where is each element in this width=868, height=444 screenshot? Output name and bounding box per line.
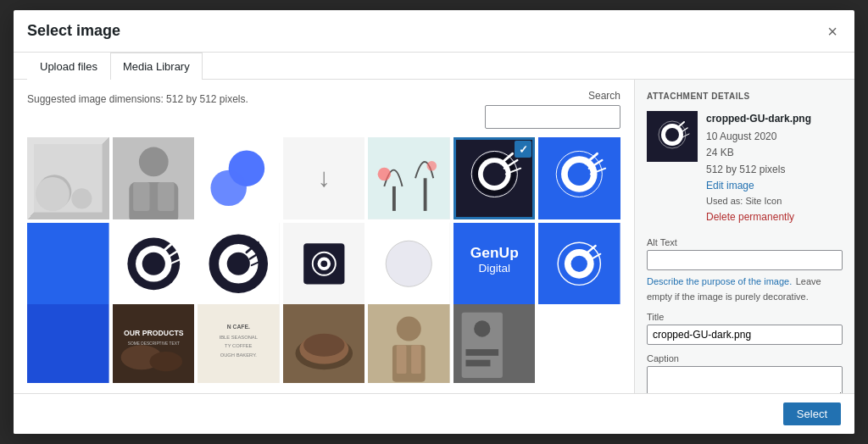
image-item[interactable]: [27, 223, 109, 305]
image-item[interactable]: [198, 223, 280, 305]
svg-rect-82: [411, 346, 421, 375]
tab-upload[interactable]: Upload files: [27, 53, 110, 80]
svg-point-91: [665, 128, 679, 142]
svg-rect-6: [133, 182, 149, 211]
image-item[interactable]: [368, 304, 450, 383]
svg-text:N CAFE.: N CAFE.: [227, 324, 250, 330]
image-item[interactable]: [283, 304, 365, 383]
alt-text-input[interactable]: [647, 250, 843, 270]
svg-text:SOME DESCRIPTIVE TEXT: SOME DESCRIPTIVE TEXT: [127, 342, 179, 347]
title-input[interactable]: [647, 325, 843, 345]
svg-text:Digital: Digital: [478, 262, 510, 275]
svg-point-10: [211, 170, 247, 206]
image-item[interactable]: [113, 223, 195, 305]
attachment-info: cropped-GU-dark.png 10 August 2020 24 KB…: [647, 111, 843, 225]
svg-point-37: [142, 252, 164, 275]
image-item[interactable]: GenUp Digital: [453, 223, 536, 305]
svg-point-4: [138, 147, 168, 177]
svg-point-77: [303, 334, 344, 357]
attachment-date: 10 August 2020: [706, 129, 811, 145]
title-label: Title: [647, 312, 843, 322]
image-item[interactable]: N CAFE. IBLE SEASONAL TY COFFEE OUGH BAK…: [198, 304, 280, 383]
svg-text:TY COFFEE: TY COFFEE: [225, 343, 252, 348]
attachment-dimensions: 512 by 512 pixels: [706, 162, 811, 178]
title-row: Title: [647, 312, 843, 345]
svg-text:IBLE SEASONAL: IBLE SEASONAL: [220, 335, 259, 340]
edit-image-link[interactable]: Edit image: [706, 178, 811, 194]
svg-rect-7: [158, 182, 174, 211]
svg-point-51: [320, 260, 327, 267]
image-item[interactable]: [27, 304, 109, 383]
image-item[interactable]: [198, 137, 280, 219]
selected-checkmark: ✓: [515, 141, 531, 158]
caption-textarea[interactable]: [647, 366, 843, 393]
media-content: Suggested image dimensions: 512 by 512 p…: [14, 80, 634, 393]
search-label: Search: [588, 90, 620, 102]
close-button[interactable]: ×: [824, 23, 841, 52]
attachment-thumbnail: [647, 111, 698, 162]
attachment-size: 24 KB: [706, 145, 811, 161]
image-item[interactable]: [113, 137, 195, 219]
svg-point-60: [571, 255, 587, 271]
svg-rect-14: [392, 186, 396, 211]
search-area: Search: [485, 90, 620, 129]
svg-text:GenUp: GenUp: [470, 243, 519, 260]
modal-overlay: Select image × Upload files Media Librar…: [0, 0, 868, 444]
tab-media-library[interactable]: Media Library: [110, 53, 203, 80]
image-item[interactable]: ↓: [283, 137, 365, 219]
modal-footer: Select: [14, 393, 854, 434]
image-item[interactable]: [538, 223, 620, 305]
svg-point-79: [397, 317, 421, 341]
attachment-panel: ATTACHMENT DETAILS: [634, 80, 854, 393]
caption-row: Caption: [647, 353, 843, 393]
image-item[interactable]: [453, 304, 536, 383]
svg-point-53: [387, 241, 432, 286]
image-item[interactable]: [283, 223, 365, 305]
svg-point-17: [427, 161, 437, 171]
modal-body: Suggested image dimensions: 512 by 512 p…: [14, 80, 854, 393]
svg-text:OUGH BAKERY.: OUGH BAKERY.: [220, 352, 258, 358]
caption-label: Caption: [647, 353, 843, 364]
modal-header: Select image ×: [14, 10, 854, 53]
svg-point-85: [474, 321, 490, 337]
svg-point-66: [149, 352, 182, 371]
svg-point-2: [71, 188, 92, 208]
tab-bar: Upload files Media Library: [14, 53, 854, 80]
svg-text:OUR PRODUCTS: OUR PRODUCTS: [124, 329, 184, 337]
image-item[interactable]: [368, 223, 450, 305]
svg-rect-63: [27, 304, 109, 383]
modal-title: Select image: [27, 22, 120, 52]
svg-rect-33: [27, 223, 109, 305]
image-grid: ↓: [27, 137, 620, 383]
svg-rect-81: [397, 346, 407, 375]
svg-rect-87: [465, 360, 490, 367]
describe-link[interactable]: Describe the purpose of the image.: [647, 276, 792, 286]
media-toolbar: Suggested image dimensions: 512 by 512 p…: [27, 90, 620, 129]
svg-text:↓: ↓: [317, 163, 330, 192]
svg-rect-86: [465, 349, 498, 356]
image-item[interactable]: [368, 137, 450, 219]
svg-point-1: [37, 175, 71, 208]
svg-point-29: [568, 163, 591, 186]
alt-text-label: Alt Text: [647, 237, 843, 247]
image-item-selected[interactable]: ✓: [453, 137, 536, 219]
search-input[interactable]: [485, 105, 620, 129]
alt-text-row: Alt Text Describe the purpose of the ima…: [647, 237, 843, 303]
svg-point-43: [227, 252, 250, 275]
file-details: cropped-GU-dark.png 10 August 2020 24 KB…: [706, 111, 811, 225]
attachment-section-title: ATTACHMENT DETAILS: [647, 92, 843, 101]
image-item[interactable]: [538, 137, 620, 219]
attachment-filename: cropped-GU-dark.png: [706, 111, 811, 127]
suggested-dimensions: Suggested image dimensions: 512 by 512 p…: [27, 90, 248, 105]
image-item[interactable]: [27, 137, 109, 219]
select-button[interactable]: Select: [783, 402, 841, 425]
image-item-products[interactable]: OUR PRODUCTS SOME DESCRIPTIVE TEXT: [113, 304, 195, 383]
delete-image-link[interactable]: Delete permanently: [706, 209, 811, 225]
svg-point-22: [483, 163, 506, 186]
svg-point-16: [378, 168, 391, 180]
svg-rect-15: [424, 178, 427, 211]
select-image-modal: Select image × Upload files Media Librar…: [14, 10, 854, 434]
